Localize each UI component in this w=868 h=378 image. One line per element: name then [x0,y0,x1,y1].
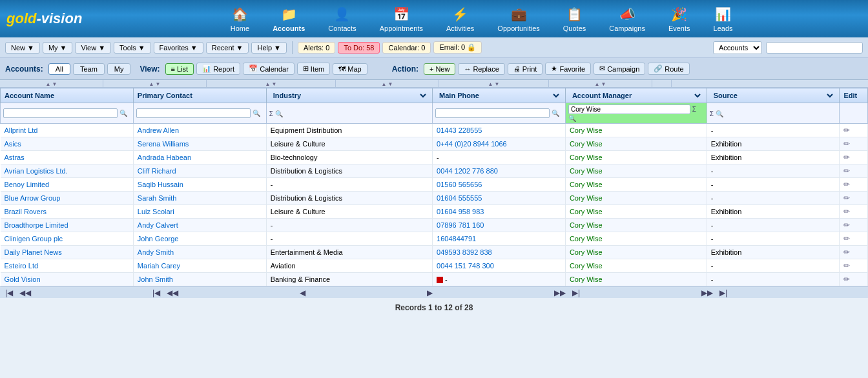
nav-appointments[interactable]: 📅 Appointments [368,5,435,32]
new-action-button[interactable]: + New [424,63,455,75]
contact-name-link[interactable]: Sarah Smith [138,194,177,202]
edit-icon[interactable]: ✏ [843,153,850,162]
pag-prev-industry[interactable]: ◀ [297,288,308,297]
account-name-link[interactable]: Daily Planet News [5,248,62,256]
pag-next-phone[interactable]: ▶ [424,288,435,297]
nav-campaigns[interactable]: 📣 Campaigns [597,5,657,32]
phone-link[interactable]: 0044 151 748 300 [437,262,494,270]
phone-filter-select[interactable]: Main Phone [437,91,561,100]
pag-last-source[interactable]: ▶| [717,288,730,297]
sort-manager-down[interactable] [495,80,500,87]
manager-link[interactable]: Cory Wise [570,194,603,202]
route-button[interactable]: 🔗 Route [648,63,689,75]
campaign-button[interactable]: ✉ Campaign [594,63,645,75]
sort-industry-down[interactable] [272,80,277,87]
report-view-button[interactable]: 📊 Report [196,63,240,75]
sort-phone-down[interactable] [388,80,393,87]
edit-icon[interactable]: ✏ [843,194,850,203]
map-view-button[interactable]: 🗺 Map [333,63,367,75]
contact-name-link[interactable]: Cliff Richard [138,167,176,175]
replace-button[interactable]: ↔ Replace [458,63,504,75]
industry-filter-select[interactable]: Industry [271,91,428,100]
my-button[interactable]: My ▼ [43,42,73,54]
manager-link[interactable]: Cory Wise [570,235,603,243]
contact-name-link[interactable]: Luiz Scolari [138,208,174,215]
manager-link[interactable]: Cory Wise [570,140,603,148]
col-header-industry[interactable]: Industry [266,88,432,103]
tools-button[interactable]: Tools ▼ [114,42,151,54]
filter-account-input[interactable] [3,108,118,118]
sort-source-down[interactable] [601,80,606,87]
phone-link[interactable]: 0044 1202 776 880 [437,167,498,175]
pag-prev-account[interactable]: ◀◀ [17,288,34,297]
nav-opportunities[interactable]: 💼 Opportunities [486,5,551,32]
account-name-link[interactable]: Asics [5,140,21,148]
pag-prev-contact[interactable]: ◀◀ [164,288,181,297]
manager-filter-select[interactable]: Account Manager [570,91,703,100]
search-contact-icon[interactable]: 🔍 [253,110,260,117]
nav-quotes[interactable]: 📋 Quotes [552,5,597,32]
edit-icon[interactable]: ✏ [843,207,850,216]
search-input[interactable] [766,42,863,54]
manager-link[interactable]: Cory Wise [570,248,603,256]
sum-manager-icon[interactable]: Σ [692,106,696,113]
sum-industry-icon[interactable]: Σ [269,110,273,117]
nav-events[interactable]: 🎉 Events [657,5,702,32]
source-filter-select[interactable]: Source [711,91,836,100]
sort-contact-down[interactable] [156,80,161,87]
nav-activities[interactable]: ⚡ Activities [435,5,486,32]
new-button[interactable]: New ▼ [5,42,40,54]
sort-account-up[interactable] [46,80,51,87]
edit-icon[interactable]: ✏ [843,139,850,148]
pag-last-manager[interactable]: ▶| [570,288,583,297]
sort-phone-up[interactable] [382,80,387,87]
phone-link[interactable]: 07896 781 160 [437,221,484,229]
contact-name-link[interactable]: Andy Smith [138,248,174,256]
search-category-select[interactable]: Accounts [713,41,762,54]
search-account-icon[interactable]: 🔍 [119,110,127,117]
phone-link[interactable]: 01443 228555 [437,126,482,134]
nav-home[interactable]: 🏠 Home [219,5,261,32]
all-filter-button[interactable]: All [48,63,70,75]
manager-link[interactable]: Cory Wise [570,221,603,229]
contact-name-link[interactable]: John George [138,235,179,243]
sort-manager-up[interactable] [488,80,493,87]
phone-link[interactable]: 0+44 (0)20 8944 1066 [437,140,507,148]
pag-first-contact[interactable]: |◀ [150,288,163,297]
item-view-button[interactable]: ⊞ Item [297,63,330,75]
print-button[interactable]: 🖨 Print [508,63,543,75]
list-view-button[interactable]: ≡ List [165,63,194,75]
edit-icon[interactable]: ✏ [843,180,850,189]
my-filter-button[interactable]: My [107,63,131,75]
phone-link[interactable]: 049593 8392 838 [437,248,492,256]
edit-icon[interactable]: ✏ [843,248,850,257]
sort-contact-up[interactable] [149,80,154,87]
contact-name-link[interactable]: Mariah Carey [138,262,180,270]
todo-badge[interactable]: To Do: 58 [338,42,380,54]
edit-icon[interactable]: ✏ [843,261,850,270]
manager-link[interactable]: Cory Wise [570,181,603,188]
nav-leads[interactable]: 📊 Leads [702,5,745,32]
sort-source-up[interactable] [595,80,600,87]
sort-account-down[interactable] [52,80,57,87]
account-name-link[interactable]: Gold Vision [5,275,41,283]
search-industry-icon[interactable]: 🔍 [275,110,283,117]
edit-icon[interactable]: ✏ [843,275,850,284]
sum-source-icon[interactable]: Σ [710,110,714,117]
calendar-view-button[interactable]: 📅 Calendar [243,63,294,75]
search-source-icon[interactable]: 🔍 [716,110,723,117]
account-name-link[interactable]: Astras [5,154,25,161]
recent-button[interactable]: Recent ▼ [206,42,249,54]
pag-first-account[interactable]: |◀ [3,288,16,297]
account-name-link[interactable]: Clinigen Group plc [5,235,63,243]
contact-name-link[interactable]: Saqib Hussain [138,181,183,188]
manager-link[interactable]: Cory Wise [570,126,603,134]
col-header-source[interactable]: Source [707,88,840,103]
account-name-link[interactable]: Brazil Rovers [5,208,46,215]
filter-contact-input[interactable] [136,108,251,118]
pag-next-source[interactable]: ▶▶ [699,288,716,297]
team-filter-button[interactable]: Team [73,63,105,75]
contact-name-link[interactable]: Andrada Habean [138,154,191,161]
edit-icon[interactable]: ✏ [843,234,850,243]
manager-link[interactable]: Cory Wise [570,275,603,283]
